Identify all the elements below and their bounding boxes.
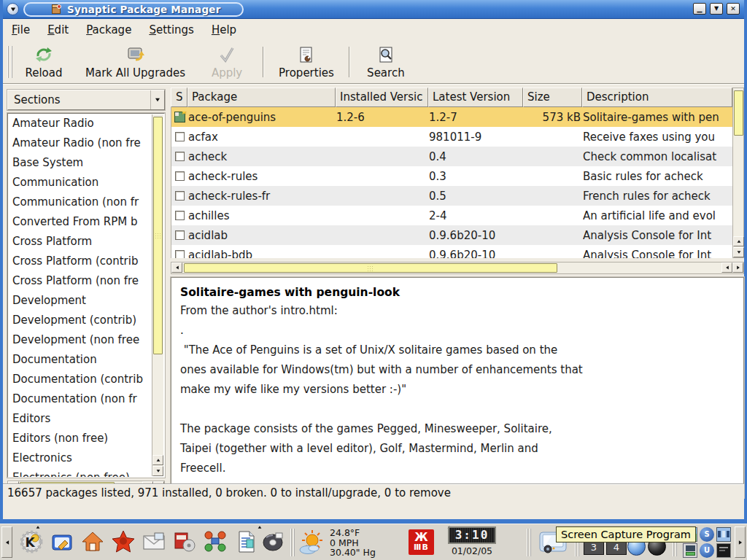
taskbar-expand-button[interactable] xyxy=(735,526,746,558)
kde-menu-icon[interactable]: K xyxy=(19,529,44,554)
package-row[interactable]: acheck-rules-fr 0.5 French rules for ach… xyxy=(171,186,732,206)
close-button[interactable]: ✕ xyxy=(727,3,740,15)
titlebar[interactable]: Synaptic Package Manager ▁ ▼ ✕ xyxy=(3,0,744,19)
scrollbar-thumb[interactable] xyxy=(734,90,743,136)
scrollbar-thumb[interactable] xyxy=(153,117,163,354)
network-hosts-icon[interactable] xyxy=(203,529,228,554)
column-header-package[interactable]: Package xyxy=(187,88,336,107)
section-item[interactable]: Base System xyxy=(8,153,152,173)
section-item[interactable]: Converted From RPM b xyxy=(8,212,152,232)
text-editor-icon[interactable] xyxy=(50,529,74,554)
menu-edit[interactable]: Edit xyxy=(47,23,69,36)
package-row[interactable]: acidlab 0.9.6b20-10 Analysis Console for… xyxy=(171,225,732,245)
weather-readout[interactable]: 24.8°F 0 MPH 30.40" Hg xyxy=(330,528,376,558)
weather-applet-icon[interactable] xyxy=(298,529,327,556)
package-row[interactable]: achilles 2-4 An artificial life and evol xyxy=(171,206,732,225)
package-row[interactable]: ace-of-penguins 1.2-6 1.2-7 573 kB Solit… xyxy=(171,107,732,127)
stock-logo-icon[interactable]: Ж ⅢB xyxy=(409,529,434,555)
column-header-description[interactable]: Description xyxy=(582,88,732,107)
section-item[interactable]: Development (non free xyxy=(8,330,152,350)
column-header-size[interactable]: Size xyxy=(523,88,582,107)
reload-button[interactable]: Reload xyxy=(12,43,75,82)
sections-vertical-scrollbar[interactable] xyxy=(152,114,163,476)
scroll-right-button[interactable] xyxy=(732,262,743,273)
scroll-left-button[interactable] xyxy=(721,262,732,273)
package-row[interactable]: acfax 981011-9 Receive faxes using you xyxy=(171,127,732,147)
star-app-icon[interactable] xyxy=(111,529,136,554)
section-item[interactable]: Development xyxy=(8,291,152,311)
section-item[interactable]: Documentation xyxy=(8,350,152,370)
package-row[interactable]: acheck 0.4 Check common localisat xyxy=(171,147,732,166)
clock-date: 01/02/05 xyxy=(446,545,498,556)
pc-card-tray-icon[interactable] xyxy=(683,543,697,558)
menu-package[interactable]: Package xyxy=(86,23,131,36)
scroll-up-button[interactable] xyxy=(733,236,744,246)
package-row[interactable]: acheck-rules 0.3 Basic rules for acheck xyxy=(171,166,732,186)
section-item[interactable]: Cross Platform xyxy=(8,232,152,252)
section-item[interactable]: Amateur Radio (non fre xyxy=(8,133,152,153)
package-checkbox[interactable] xyxy=(175,132,185,141)
section-item[interactable]: Electronics xyxy=(8,448,152,468)
menu-help[interactable]: Help xyxy=(212,23,236,36)
cd-disk-icon[interactable] xyxy=(261,529,286,554)
menu-file[interactable]: File xyxy=(12,23,30,36)
workgroup-tray-icon[interactable] xyxy=(716,527,731,542)
terminal-tray-icon[interactable] xyxy=(716,543,731,558)
column-header-status[interactable]: S xyxy=(171,88,187,107)
section-item[interactable]: Editors xyxy=(8,409,152,429)
scroll-down-button[interactable] xyxy=(152,466,163,476)
minimize-button[interactable]: ▁ xyxy=(693,3,706,15)
toolbar-handle[interactable] xyxy=(7,46,12,78)
column-header-installed[interactable]: Installed Versic xyxy=(336,88,428,107)
shade-button[interactable]: ▼ xyxy=(710,3,723,15)
column-header-latest[interactable]: Latest Version xyxy=(428,88,523,107)
package-row[interactable]: acidlab-bdb 0.9.6b20-10 Analysis Console… xyxy=(171,245,732,258)
package-checkbox[interactable] xyxy=(175,211,185,220)
section-item[interactable]: Editors (non free) xyxy=(8,429,152,448)
upgradable-status-icon[interactable] xyxy=(174,112,185,122)
table-horizontal-scrollbar[interactable] xyxy=(171,262,744,274)
email-client-icon[interactable] xyxy=(142,529,166,554)
scroll-down-button[interactable] xyxy=(733,247,744,257)
scrollbar-thumb[interactable] xyxy=(184,263,557,273)
sections-filter-select[interactable]: Sections xyxy=(7,90,165,110)
table-vertical-scrollbar[interactable] xyxy=(732,88,744,258)
workspace-4[interactable]: 4 xyxy=(606,540,627,555)
package-checkbox[interactable] xyxy=(175,171,185,181)
clock-applet[interactable]: 3:10 01/02/05 xyxy=(446,526,498,556)
search-button[interactable]: Search xyxy=(355,43,417,82)
description-line: "The Ace of Penguins is a set of Unix/X … xyxy=(180,341,735,360)
section-item[interactable]: Amateur Radio xyxy=(8,114,152,133)
messenger-u-tray-icon[interactable]: U xyxy=(700,543,714,558)
applet-handle-icon[interactable] xyxy=(36,526,40,529)
section-item[interactable]: Communication (non fr xyxy=(8,192,152,212)
section-item[interactable]: Development (contrib) xyxy=(8,311,152,330)
workspace-3[interactable]: 3 xyxy=(584,540,604,555)
package-checkbox[interactable] xyxy=(175,230,185,240)
scroll-left-button[interactable] xyxy=(171,262,182,273)
home-folder-icon[interactable] xyxy=(80,529,105,554)
applet-separator-handle[interactable] xyxy=(290,529,295,556)
properties-button[interactable]: Properties xyxy=(268,43,344,82)
window-menu-button[interactable] xyxy=(7,3,19,15)
applet-separator-handle[interactable] xyxy=(527,529,531,556)
applet-handle-icon[interactable] xyxy=(258,526,262,529)
scroll-up-button[interactable] xyxy=(152,455,163,465)
messenger-s-tray-icon[interactable]: S xyxy=(700,527,714,542)
package-checkbox[interactable] xyxy=(175,152,185,161)
mark-all-upgrades-button[interactable]: Mark All Upgrades xyxy=(75,43,196,82)
apply-button[interactable]: Apply xyxy=(196,43,258,82)
taskbar-collapse-button[interactable] xyxy=(1,526,12,558)
combo-arrow[interactable] xyxy=(150,90,164,109)
package-checkbox[interactable] xyxy=(175,250,185,258)
office-document-icon[interactable] xyxy=(233,529,258,554)
section-item[interactable]: Documentation (contrib xyxy=(8,370,152,389)
package-checkbox[interactable] xyxy=(175,191,185,201)
menu-settings[interactable]: Settings xyxy=(149,23,194,36)
section-item[interactable]: Cross Platform (contrib xyxy=(8,252,152,271)
section-item[interactable]: Electronics (non free) xyxy=(8,468,152,478)
section-item[interactable]: Cross Platform (non fre xyxy=(8,271,152,291)
section-item[interactable]: Communication xyxy=(8,173,152,192)
section-item[interactable]: Documentation (non fr xyxy=(8,389,152,409)
package-installer-icon[interactable] xyxy=(172,529,197,554)
